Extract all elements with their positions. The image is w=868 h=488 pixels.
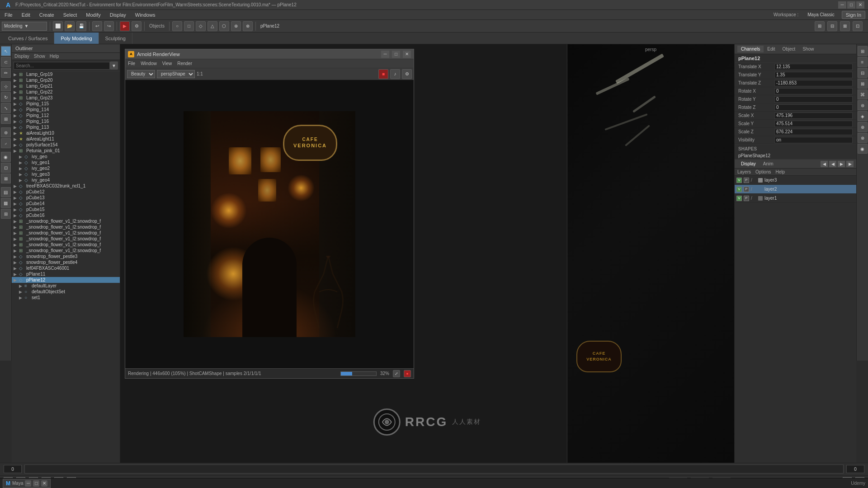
object-btn-7[interactable]: ⊗ [243,21,253,31]
attr-value-input[interactable] [774,113,853,119]
outliner-item[interactable]: ▶ ◇ pCube15 [12,206,120,212]
attr-value-input[interactable] [774,137,853,143]
object-btn-1[interactable]: ○ [172,21,182,31]
render-maximize[interactable]: □ [392,51,400,58]
right-btn-5[interactable]: ⌘ [858,89,868,99]
tab-edit[interactable]: Edit [764,46,778,52]
menu-select[interactable]: Select [61,11,79,19]
outliner-menu-show[interactable]: Show [34,54,45,59]
outliner-menu-help[interactable]: Help [50,54,59,59]
layer-next2-btn[interactable]: ▶ [846,161,854,167]
snap-btn-1[interactable]: ⊞ [815,21,825,31]
save-button[interactable]: 💾 [76,21,86,31]
layer-p-checkbox[interactable]: P [744,196,749,201]
outliner-item[interactable]: ▶ ★ aiAreaLight10 [12,130,120,136]
outliner-item[interactable]: ▶ ◇ Piping_113 [12,124,120,130]
menu-windows[interactable]: Windows [133,11,157,19]
layer-prev-btn[interactable]: ◀ [821,161,828,167]
tab-object[interactable]: Object [779,46,799,52]
object-btn-3[interactable]: ◇ [196,21,206,31]
right-btn-8[interactable]: ⊕ [858,122,868,132]
menu-file[interactable]: File [3,11,14,19]
snap-btn-4[interactable]: ⊡ [853,21,863,31]
outliner-item[interactable]: ▶ ⊞ Lamp_Grp20 [12,77,120,83]
sub-tab-help[interactable]: Help [775,169,785,174]
outliner-item[interactable]: ▶ ★ aiAreaLight11 [12,136,120,142]
render-expand-btn[interactable]: ⤢ [393,370,400,377]
viewport-3d[interactable]: CAFE VERONICA persp [567,44,734,463]
current-frame-input[interactable] [4,465,22,473]
attr-value-input[interactable] [774,129,853,135]
outliner-item[interactable]: ▶ ◇ treeFBXASC032trunk_ncl1_1 [12,183,120,189]
render-record-btn[interactable]: ● [404,370,411,377]
outliner-item[interactable]: ▶ ⊞ _snowdrop_flower_v1_l2:snowdrop_f [12,230,120,236]
transform-tool[interactable]: ⊞ [1,114,11,124]
outliner-item[interactable]: ▶ ◇ ivy_geo2 [12,165,120,171]
timeline[interactable] [24,465,844,474]
outliner-item[interactable]: ▶ ⊞ Petunia_pink_01 [12,148,120,154]
layer-p-checkbox[interactable]: P [744,178,749,183]
select-tool[interactable]: ↖ [1,46,11,56]
render-menu-file[interactable]: File [128,61,135,66]
object-btn-5[interactable]: ⬡ [219,21,229,31]
right-btn-4[interactable]: ⊠ [858,79,868,89]
outliner-item[interactable]: ▶ ◇ snowdrop_flower_pestle3 [12,253,120,259]
outliner-item[interactable]: ▶ ⊞ _snowdrop_flower_v1_l2:snowdrop_f [12,236,120,242]
new-scene-button[interactable]: ⬜ [53,21,63,31]
menu-modify[interactable]: Modify [84,11,102,19]
outliner-item[interactable]: ▶ ◇ pCube13 [12,195,120,201]
outliner-item[interactable]: ▶ ⊞ Lamp_Grp21 [12,83,120,89]
render-content[interactable]: CAFE VERONICA [125,80,414,368]
paint-select-tool[interactable]: ✏ [1,68,11,78]
persp-shape-dropdown[interactable]: perspShape [157,70,195,78]
tab-channels[interactable]: Channels [737,46,764,52]
outliner-item[interactable]: ▶ ◇ pCube16 [12,212,120,218]
rotate-tool[interactable]: ↻ [1,92,11,102]
snap-btn-3[interactable]: ⊠ [840,21,850,31]
layer-v-checkbox[interactable]: V [736,187,742,192]
lasso-tool[interactable]: ⊂ [1,57,11,67]
outliner-item[interactable]: ▶ ◇ Piping_116 [12,118,120,124]
move-tool[interactable]: ⊹ [1,81,11,91]
layer-item[interactable]: V P / layer3 [735,176,856,185]
right-btn-9[interactable]: ⊗ [858,133,868,143]
right-btn-3[interactable]: ⊟ [858,68,868,78]
attr-value-input[interactable] [774,88,853,94]
outliner-item[interactable]: ▶ ⊞ Lamp_Grp23 [12,95,120,101]
attr-value-input[interactable] [774,96,853,103]
outliner-item[interactable]: ▶ ○ set1 [12,295,120,300]
outliner-item[interactable]: ▶ ⊞ _snowdrop_flower_v1_l2:snowdrop_f [12,224,120,230]
sculpt-tool[interactable]: ⌿ [1,138,11,148]
render-menu-view[interactable]: View [162,61,172,66]
maya-taskbar-x[interactable]: ✕ [41,480,47,487]
sub-tab-options[interactable]: Options [755,169,771,174]
sign-in-button[interactable]: Sign In [842,11,865,19]
right-btn-10[interactable]: ◉ [858,144,868,154]
outliner-item[interactable]: ▶ ◇ snowdrop_flower_pestle4 [12,259,120,265]
search-input[interactable] [14,62,110,70]
soft-mod-tool[interactable]: ⊛ [1,127,11,137]
undo-button[interactable]: ↩ [92,21,102,31]
outliner-item[interactable]: ▶ ◇ ivy_geo3 [12,171,120,177]
right-btn-1[interactable]: ⊞ [858,46,868,56]
tab-show[interactable]: Show [799,46,817,52]
object-btn-2[interactable]: □ [184,21,194,31]
outliner-item[interactable]: ▶ ⊞ _snowdrop_flower_v1_l2:snowdrop_f [12,218,120,224]
outliner-item[interactable]: ▶ ◇ ivy_geo [12,154,120,160]
layer-item[interactable]: V P / layer1 [735,194,856,203]
show-hide-btn[interactable]: ◉ [1,152,11,162]
outliner-item[interactable]: ▶ ◇ Piping_114 [12,107,120,113]
layer-item[interactable]: V P / layer2 [735,185,856,194]
render-menu-render[interactable]: Render [177,61,192,66]
sub-tab-layers[interactable]: Layers [737,169,751,174]
group-btn[interactable]: ⊡ [1,163,11,173]
render-settings-icon[interactable]: ⚙ [402,69,412,79]
outliner-item[interactable]: ▶ ⊞ Lamp_Grp22 [12,89,120,95]
outliner-item[interactable]: ▶ ⊞ _snowdrop_flower_v1_l2:snowdrop_f [12,248,120,253]
menu-create[interactable]: Create [38,11,56,19]
beauty-dropdown[interactable]: Beauty [127,70,155,78]
outliner-item[interactable]: ▶ ◇ polySurface154 [12,142,120,148]
outliner-menu-display[interactable]: Display [14,54,29,59]
layer-prev2-btn[interactable]: ◀ [829,161,836,167]
menu-display[interactable]: Display [108,11,128,19]
